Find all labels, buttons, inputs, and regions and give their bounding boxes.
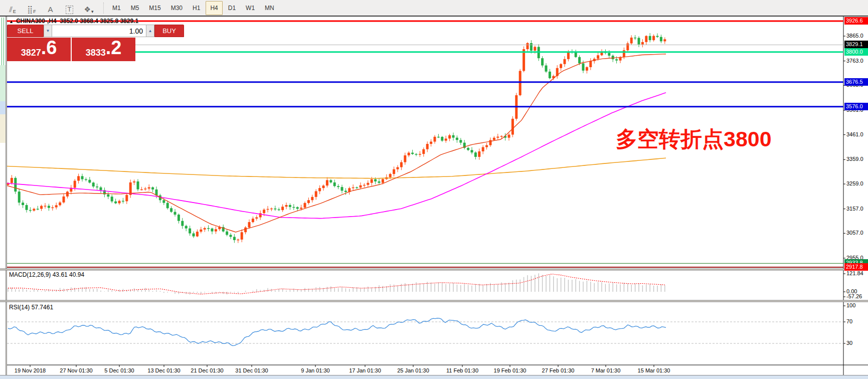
price-badge: 2917.8	[844, 263, 868, 271]
macd-tick-label: 121.84	[846, 270, 863, 276]
date-tick-label: 9 Jan 01:30	[301, 367, 330, 373]
chart-annotation-text: 多空转折点3800	[616, 125, 772, 154]
price-tick-label: 3057.0	[846, 230, 863, 236]
one-click-trade-panel: SELL ▼ ▲ BUY 3827.6 3833.2	[7, 25, 135, 61]
volume-input[interactable]	[52, 25, 146, 37]
sell-price-dec: .6	[41, 38, 57, 58]
sell-price-int: 3827	[21, 48, 41, 58]
hatch-style-e-icon[interactable]: ⫽E	[4, 1, 21, 15]
toolbar: ⫽E⣿FAT❖▾ M1M5M15M30H1H4D1W1MN	[0, 0, 868, 17]
price-tick-label: 3865.0	[846, 33, 863, 39]
date-tick-label: 19 Nov 2018	[15, 367, 46, 373]
timeframe-button-d1[interactable]: D1	[224, 1, 240, 15]
macd-indicator-label: MACD(12,26,9) 43.61 40.94	[9, 271, 84, 278]
buy-button[interactable]: BUY	[154, 25, 184, 37]
date-tick-label: 27 Feb 01:30	[542, 367, 575, 373]
trading-terminal: ⫽E⣿FAT❖▾ M1M5M15M30H1H4D1W1MN ▲CHINA300-…	[0, 0, 868, 379]
rsi-tick-label: 70	[846, 318, 852, 324]
date-tick-label: 15 Mar 01:30	[638, 367, 670, 373]
timeframe-button-w1[interactable]: W1	[241, 1, 259, 15]
text-label-icon[interactable]: A	[42, 1, 59, 15]
date-tick-label: 31 Dec 01:30	[235, 367, 268, 373]
arrow-objects-icon[interactable]: ❖▾	[80, 1, 97, 15]
timeframe-button-mn[interactable]: MN	[260, 1, 279, 15]
grid-style-f-icon[interactable]: ⣿F	[23, 1, 40, 15]
price-badge: 3576.0	[844, 103, 868, 110]
price-tick-label: 3259.0	[846, 180, 863, 186]
symbol-period-label: CHINA300-,H4	[16, 18, 57, 25]
price-tick-label: 3763.0	[846, 58, 863, 64]
collapse-triangle-icon[interactable]: ▲	[9, 19, 14, 24]
price-badge: 3800.0	[844, 48, 868, 56]
timeframe-button-m15[interactable]: M15	[144, 1, 165, 15]
timeframe-buttons: M1M5M15M30H1H4D1W1MN	[107, 1, 279, 15]
date-tick-label: 13 Dec 01:30	[147, 367, 180, 373]
rsi-indicator-label: RSI(14) 57.7461	[9, 304, 53, 311]
volume-increase-button[interactable]: ▲	[146, 25, 154, 37]
status-bar	[0, 375, 868, 379]
volume-decrease-button[interactable]: ▼	[44, 25, 52, 37]
price-tick-label: 3359.0	[846, 156, 863, 162]
timeframe-button-m5[interactable]: M5	[126, 1, 144, 15]
date-tick-label: 7 Mar 01:30	[591, 367, 621, 373]
date-tick-label: 17 Jan 01:30	[349, 367, 381, 373]
date-tick-label: 27 Nov 01:30	[60, 367, 92, 373]
price-badge: 3829.1	[844, 41, 868, 48]
text-box-icon[interactable]: T	[61, 1, 78, 15]
rsi-tick-label: 100	[846, 302, 855, 308]
timeframe-button-m1[interactable]: M1	[108, 1, 125, 15]
price-tick-label: 3461.0	[846, 131, 863, 137]
toolbar-icons: ⫽E⣿FAT❖▾	[3, 1, 98, 15]
price-tick-label: 3157.0	[846, 206, 863, 212]
rsi-tick-label: 30	[846, 340, 852, 346]
sell-price-display[interactable]: 3827.6	[7, 38, 71, 61]
ohlc-values: 3852.0 3868.4 3825.8 3829.1	[60, 18, 138, 25]
buy-price-int: 3833	[86, 48, 106, 58]
price-badge: 3676.5	[844, 78, 868, 86]
price-badge: 3926.6	[844, 17, 868, 25]
trade-panel-price-row: 3827.6 3833.2	[7, 38, 135, 61]
macd-tick-label: -57.26	[846, 293, 862, 299]
date-tick-label: 19 Feb 01:30	[494, 367, 527, 373]
chart-header: ▲CHINA300-,H4 3852.0 3868.4 3825.8 3829.…	[9, 18, 138, 25]
date-tick-label: 25 Jan 01:30	[397, 367, 429, 373]
timeframe-button-h4[interactable]: H4	[206, 1, 222, 15]
sell-button[interactable]: SELL	[7, 25, 44, 37]
trade-panel-top-row: SELL ▼ ▲ BUY	[7, 25, 135, 37]
timeframe-button-m30[interactable]: M30	[166, 1, 187, 15]
timeframe-button-h1[interactable]: H1	[188, 1, 205, 15]
date-tick-label: 21 Dec 01:30	[191, 367, 223, 373]
buy-price-dec: .2	[106, 38, 122, 58]
date-tick-label: 5 Dec 01:30	[104, 367, 134, 373]
toolbar-separator	[103, 3, 104, 14]
date-tick-label: 11 Feb 01:30	[446, 367, 478, 373]
buy-price-display[interactable]: 3833.2	[72, 38, 135, 61]
